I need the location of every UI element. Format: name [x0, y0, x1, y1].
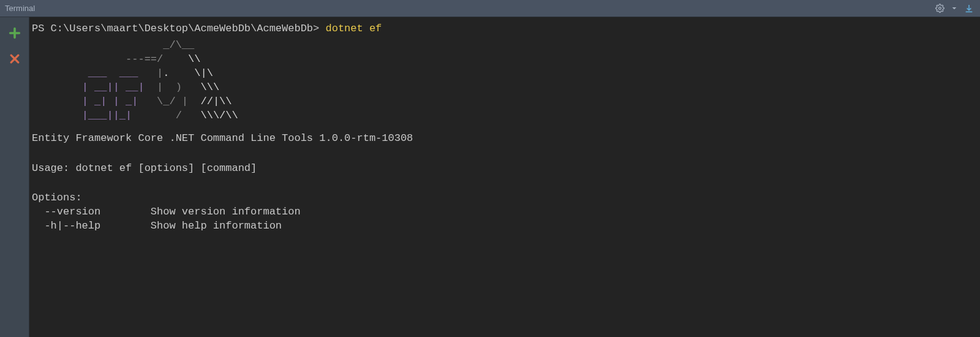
prompt-line: PS C:\Users\maart\Desktop\AcmeWebDb\Acme… — [32, 22, 978, 36]
ascii-art-line: | _| | _| \_/ | //|\\ — [32, 95, 978, 109]
tool-version-line: Entity Framework Core .NET Command Line … — [32, 132, 978, 146]
option-row: -h|--help Show help information — [32, 219, 978, 233]
ascii-art-logo: _/\__ ---==/ \\ ___ ___ |. \|\ | __|| __… — [32, 39, 978, 123]
ascii-art-line: |___||_| / \\\/\\ — [32, 109, 978, 123]
main-area: PS C:\Users\maart\Desktop\AcmeWebDb\Acme… — [0, 17, 980, 337]
ascii-art-line: | __|| __| | ) \\\ — [32, 81, 978, 95]
close-tab-button[interactable] — [6, 50, 23, 67]
usage-line: Usage: dotnet ef [options] [command] — [32, 162, 978, 176]
download-icon[interactable] — [963, 2, 975, 15]
options-header: Options: — [32, 191, 978, 205]
terminal-titlebar: Terminal — [0, 0, 980, 17]
titlebar-actions — [933, 2, 975, 15]
add-tab-button[interactable] — [6, 25, 23, 42]
svg-point-0 — [938, 7, 941, 10]
ascii-art-line: ---==/ \\ — [32, 53, 978, 67]
gear-icon[interactable] — [933, 2, 946, 15]
options-list: --version Show version information -h|--… — [32, 205, 978, 233]
chevron-down-icon[interactable] — [948, 2, 960, 15]
prompt-prefix: PS C:\Users\maart\Desktop\AcmeWebDb\Acme… — [32, 23, 325, 34]
prompt-command: dotnet ef — [325, 23, 382, 34]
ascii-art-line: ___ ___ |. \|\ — [32, 67, 978, 81]
terminal-sidebar — [0, 17, 29, 337]
option-row: --version Show version information — [32, 205, 978, 219]
ascii-art-line: _/\__ — [32, 39, 978, 53]
terminal-title: Terminal — [5, 4, 933, 13]
terminal-output[interactable]: PS C:\Users\maart\Desktop\AcmeWebDb\Acme… — [29, 17, 980, 337]
